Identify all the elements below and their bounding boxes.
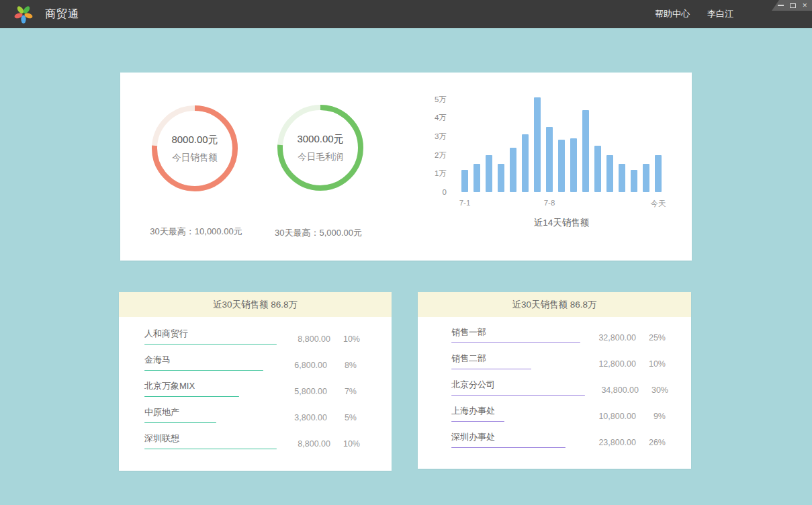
minimize-icon[interactable] — [778, 5, 784, 6]
row-bar — [451, 421, 504, 422]
app-window: 商贸通 帮助中心 李白江 ✕ 8000.00元 今日销售额 30天最高：10,0… — [0, 0, 812, 505]
y-tick: 5万 — [433, 95, 447, 104]
top-menu: 帮助中心 李白江 — [655, 0, 733, 28]
window-controls: ✕ — [772, 0, 812, 11]
row-name: 上海办事处 — [451, 405, 504, 417]
row-percent: 26% — [643, 438, 666, 447]
today-profit-donut: 3000.00元 今日毛利润 — [277, 105, 363, 191]
list-item: 深圳办事处 23,800.00 26% — [451, 431, 666, 448]
customer-sales-card: 近30天销售额 86.8万 人和商贸行 8,800.00 10% 金海马 6,8… — [119, 292, 392, 471]
today-sales-donut: 8000.00元 今日销售额 — [152, 105, 238, 191]
y-tick: 2万 — [433, 150, 447, 160]
overview-card: 8000.00元 今日销售额 30天最高：10,000.00元 3000.00元… — [120, 73, 692, 261]
trend-bar — [534, 97, 541, 192]
row-amount: 32,800.00 — [582, 333, 636, 342]
trend-bar — [619, 164, 625, 192]
trend-bars — [461, 97, 662, 192]
y-tick: 0 — [433, 187, 447, 197]
row-amount: 5,800.00 — [273, 387, 327, 396]
row-bar — [451, 342, 580, 343]
row-percent: 8% — [334, 361, 357, 370]
maximize-icon[interactable] — [790, 3, 796, 8]
trend-bar — [558, 140, 565, 192]
list-item: 人和商贸行 8,800.00 10% — [144, 328, 357, 345]
row-bar — [144, 449, 277, 449]
row-name: 金海马 — [144, 354, 263, 366]
row-amount: 8,800.00 — [277, 334, 330, 344]
row-bar — [451, 369, 531, 369]
row-name: 人和商贸行 — [144, 328, 277, 340]
trend-bar — [570, 138, 577, 192]
list-item: 北京分公司 34,800.00 30% — [451, 379, 666, 396]
trend-bar — [546, 127, 553, 192]
profit-30d-max: 30天最高：5,000.00元 — [244, 227, 392, 239]
row-percent: 10% — [337, 334, 360, 344]
trend-bar — [582, 110, 589, 192]
list-item: 销售一部 32,800.00 25% — [451, 326, 666, 343]
row-bar — [144, 422, 216, 423]
sales-trend-chart: 5万 4万 3万 2万 1万 0 7-1 7-8 今天 近14天销售额 — [433, 97, 675, 229]
customer-card-title: 近30天销售额 86.8万 — [119, 292, 392, 317]
trend-bar — [473, 164, 480, 192]
y-tick: 1万 — [433, 169, 447, 178]
app-logo-icon — [13, 4, 34, 24]
brand: 商贸通 — [13, 4, 79, 24]
row-bar — [451, 447, 566, 448]
row-percent: 5% — [334, 413, 357, 422]
row-name: 北京分公司 — [451, 379, 585, 391]
y-tick: 4万 — [433, 113, 447, 122]
row-amount: 12,800.00 — [582, 359, 636, 369]
row-percent: 7% — [334, 387, 357, 396]
row-percent: 10% — [337, 439, 360, 449]
trend-bar — [655, 155, 662, 192]
row-name: 中原地产 — [144, 406, 216, 418]
row-amount: 8,800.00 — [277, 439, 330, 449]
trend-bar — [643, 164, 649, 192]
trend-chart-title: 近14天销售额 — [461, 217, 662, 229]
x-tick: 今天 — [647, 199, 670, 209]
trend-bar — [461, 170, 468, 192]
today-sales-label: 今日销售额 — [172, 152, 218, 164]
y-axis: 5万 4万 3万 2万 1万 0 — [433, 97, 457, 192]
customer-rows: 人和商贸行 8,800.00 10% 金海马 6,800.00 8% 北京万象M… — [119, 317, 392, 449]
list-item: 销售二部 12,800.00 10% — [451, 353, 666, 369]
row-bar — [451, 395, 585, 396]
row-percent: 10% — [643, 359, 666, 369]
today-profit-value: 3000.00元 — [297, 133, 343, 146]
y-tick: 3万 — [433, 132, 447, 141]
trend-bar — [486, 155, 492, 192]
today-sales-value: 8000.00元 — [171, 134, 218, 146]
user-menu[interactable]: 李白江 — [707, 8, 733, 20]
row-percent: 9% — [643, 412, 666, 421]
list-item: 北京万象MIX 5,800.00 7% — [144, 380, 357, 397]
row-name: 深圳办事处 — [451, 431, 566, 443]
list-item: 中原地产 3,800.00 5% — [144, 406, 357, 423]
trend-bar — [510, 148, 516, 192]
row-name: 销售一部 — [451, 326, 580, 338]
today-profit-label: 今日毛利润 — [298, 151, 343, 163]
trend-bar — [522, 134, 529, 192]
help-center-link[interactable]: 帮助中心 — [655, 8, 690, 20]
row-bar — [144, 370, 263, 371]
row-amount: 23,800.00 — [582, 438, 636, 447]
close-icon[interactable]: ✕ — [802, 3, 807, 9]
department-rows: 销售一部 32,800.00 25% 销售二部 12,800.00 10% 北京… — [418, 317, 691, 448]
row-name: 销售二部 — [451, 353, 531, 365]
x-axis: 7-1 7-8 今天 — [461, 199, 662, 208]
list-item: 上海办事处 10,800.00 9% — [451, 405, 666, 422]
row-amount: 6,800.00 — [273, 361, 327, 370]
row-bar — [144, 396, 239, 397]
row-amount: 10,800.00 — [582, 412, 636, 421]
row-amount: 3,800.00 — [273, 413, 327, 422]
trend-bar — [631, 170, 637, 192]
list-item: 金海马 6,800.00 8% — [144, 354, 357, 371]
row-bar — [144, 344, 277, 345]
row-name: 深圳联想 — [144, 432, 277, 445]
x-tick: 7-1 — [453, 199, 476, 207]
app-title: 商贸通 — [45, 7, 79, 21]
trend-bar — [606, 155, 613, 192]
list-item: 深圳联想 8,800.00 10% — [144, 432, 357, 449]
app-header: 商贸通 帮助中心 李白江 ✕ — [0, 0, 812, 28]
row-name: 北京万象MIX — [144, 380, 239, 392]
row-amount: 34,800.00 — [585, 385, 639, 395]
